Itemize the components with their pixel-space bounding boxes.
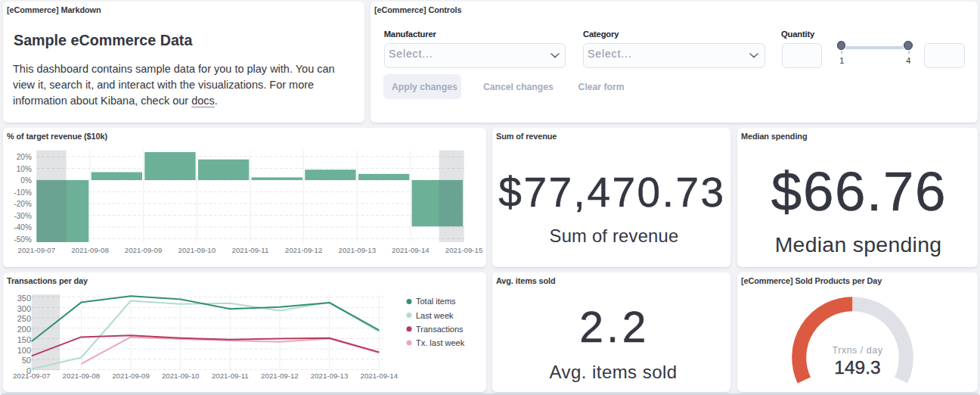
- svg-text:-50%: -50%: [14, 235, 31, 244]
- svg-text:0%: 0%: [20, 176, 32, 185]
- svg-text:20%: 20%: [17, 153, 32, 161]
- svg-text:2021-09-12: 2021-09-12: [261, 372, 299, 380]
- svg-text:2021-09-11: 2021-09-11: [232, 246, 269, 254]
- svg-text:Transactions: Transactions: [416, 325, 464, 334]
- svg-text:-30%: -30%: [14, 212, 31, 220]
- svg-text:-10%: -10%: [14, 188, 31, 197]
- svg-text:50: 50: [22, 356, 31, 365]
- svg-text:Total items: Total items: [416, 297, 456, 306]
- svg-text:2021-09-13: 2021-09-13: [339, 246, 377, 254]
- svg-text:Last week: Last week: [416, 311, 454, 320]
- svg-text:2021-09-14: 2021-09-14: [392, 246, 430, 254]
- svg-text:2021-09-09: 2021-09-09: [125, 246, 163, 254]
- svg-text:2021-09-10: 2021-09-10: [178, 246, 216, 254]
- svg-text:-20%: -20%: [14, 200, 31, 208]
- svg-text:250: 250: [17, 314, 31, 323]
- svg-text:350: 350: [17, 294, 31, 303]
- svg-text:2021-09-07: 2021-09-07: [13, 372, 51, 380]
- svg-text:Tx. last week: Tx. last week: [416, 338, 465, 347]
- svg-text:10%: 10%: [17, 165, 32, 173]
- svg-text:150: 150: [17, 335, 31, 344]
- svg-text:2021-09-08: 2021-09-08: [63, 372, 101, 380]
- svg-text:100: 100: [17, 346, 31, 355]
- svg-text:2021-09-15: 2021-09-15: [445, 246, 483, 254]
- svg-text:2021-09-14: 2021-09-14: [361, 372, 399, 380]
- svg-text:2021-09-12: 2021-09-12: [285, 246, 323, 254]
- svg-text:-40%: -40%: [14, 223, 31, 232]
- svg-text:2021-09-09: 2021-09-09: [112, 372, 150, 380]
- svg-text:2021-09-11: 2021-09-11: [212, 372, 249, 380]
- svg-text:2021-09-13: 2021-09-13: [311, 372, 349, 380]
- svg-text:2021-09-07: 2021-09-07: [18, 246, 56, 254]
- svg-text:2021-09-10: 2021-09-10: [162, 372, 200, 380]
- svg-text:200: 200: [17, 325, 31, 334]
- svg-text:300: 300: [17, 304, 31, 313]
- svg-text:2021-09-08: 2021-09-08: [71, 246, 109, 254]
